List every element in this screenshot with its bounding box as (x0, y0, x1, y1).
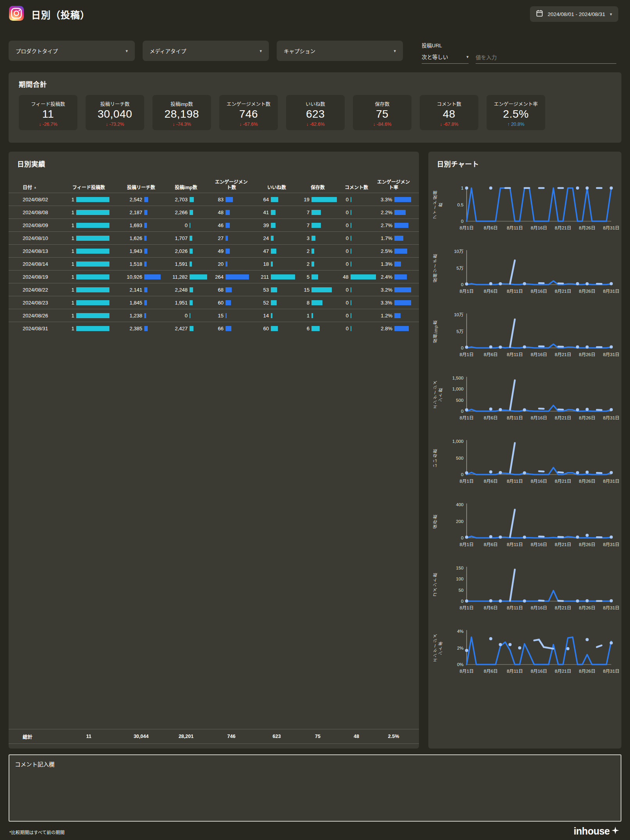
data-bar (190, 197, 194, 202)
metric-cell: 264 (208, 274, 255, 280)
data-bar (226, 287, 232, 292)
cell-value: 2,427 (164, 326, 188, 331)
chart-block: エンゲージメント数05001,0001,5008月1日8月6日8月11日8月16… (428, 371, 621, 434)
column-header-label: エンゲージメント数 (214, 179, 249, 190)
column-header[interactable]: いいね数 (255, 185, 299, 190)
cell-value: 0 (337, 261, 349, 267)
svg-text:8月16日: 8月16日 (531, 479, 547, 484)
column-header[interactable]: コメント数 (337, 185, 376, 190)
cell-value: 3.3% (376, 197, 392, 202)
cell-value: 1.3% (376, 261, 392, 267)
comment-input-area[interactable]: コメント記入欄 (9, 754, 621, 822)
svg-text:8月1日: 8月1日 (460, 479, 474, 484)
kpi-card: コメント数48↓ -67.8% (420, 95, 478, 130)
table-row[interactable]: 2024/08/0812,1872,2664841702.2% (9, 206, 419, 219)
url-operator-select[interactable]: 次と等しい ▾ (422, 53, 469, 64)
svg-text:8月26日: 8月26日 (579, 289, 595, 294)
metric-cell: 41 (255, 210, 299, 215)
date-range-picker[interactable]: 2024/08/01 - 2024/08/31 ▾ (530, 6, 618, 22)
kpi-delta: ↓ -73.2% (86, 122, 144, 127)
svg-text:500: 500 (456, 456, 464, 460)
cell-value: 0 (337, 235, 349, 241)
data-bar (351, 313, 351, 318)
charts-title: 日別チャート (428, 152, 621, 168)
data-bar (190, 223, 190, 228)
metric-cell: 2,187 (118, 210, 164, 215)
metric-cell: 3.2% (376, 287, 411, 293)
table-total-row: 総計1130,04428,20174662375482.5% (9, 729, 419, 744)
table-row[interactable]: 2024/08/2611,23801514101.2% (9, 309, 419, 322)
data-bar (351, 223, 351, 228)
filter-product-type[interactable]: プロダクトタイプ ▾ (9, 41, 135, 61)
metric-cell: 1 (59, 287, 118, 293)
table-row[interactable]: 2024/08/3112,3852,4276660602.8% (9, 322, 419, 335)
table-row[interactable]: 2024/08/2212,1412,24868531503.2% (9, 283, 419, 296)
column-header[interactable]: 投稿imp数 (164, 185, 208, 190)
metric-cell: 0 (164, 222, 208, 228)
svg-text:8月31日: 8月31日 (603, 416, 619, 420)
brand-logo: inhouse (574, 826, 619, 837)
table-row[interactable]: 2024/08/1311,9432,0264947202.5% (9, 244, 419, 257)
metric-cell: 0 (337, 261, 376, 267)
metric-cell: 52 (255, 300, 299, 306)
metric-cell: 47 (255, 248, 299, 254)
column-header[interactable]: エンゲージメント率 (376, 179, 411, 190)
filter-caption[interactable]: キャプション ▾ (277, 41, 403, 61)
table-title: 日別実績 (9, 152, 419, 168)
metric-cell: 7 (299, 222, 337, 228)
table-row[interactable]: 2024/08/1011,6261,7072724301.7% (9, 231, 419, 244)
column-header[interactable]: 保存数 (299, 185, 337, 190)
instagram-logo-icon (9, 5, 24, 23)
chevron-down-icon: ▾ (610, 12, 612, 17)
metric-cell: 83 (208, 197, 255, 202)
arrow-down-icon: ↓ (373, 122, 375, 127)
cell-value: 15 (208, 313, 224, 319)
svg-text:8月26日: 8月26日 (579, 416, 595, 420)
charts-list: フィード投稿数00.518月1日8月6日8月11日8月16日8月21日8月26日… (428, 181, 621, 688)
svg-text:8月21日: 8月21日 (555, 226, 571, 230)
cell-value: 1,693 (118, 222, 142, 228)
svg-text:2%: 2% (457, 646, 464, 650)
url-value-input[interactable] (476, 55, 616, 64)
data-bar (76, 326, 109, 331)
cell-value: 27 (208, 235, 224, 241)
table-row[interactable]: 2024/08/2311,8451,9516052803.3% (9, 296, 419, 309)
column-header[interactable]: 日付▲ (16, 185, 59, 190)
metric-cell: 3.3% (376, 197, 411, 202)
kpi-label: コメント数 (420, 100, 478, 107)
data-bar (190, 249, 193, 254)
total-value: 2.5% (376, 734, 411, 739)
data-bar (351, 287, 351, 292)
cell-value: 39 (255, 222, 269, 228)
cell-value: 2,703 (164, 197, 188, 202)
cell-value: 8 (299, 300, 310, 306)
column-header[interactable]: エンゲージメント数 (208, 179, 255, 190)
line-chart-4: 05001,0001,5008月1日8月6日8月11日8月16日8月21日8月2… (445, 376, 621, 422)
table-row[interactable]: 2024/08/1411,5181,5912018201.3% (9, 257, 419, 270)
column-header[interactable]: 投稿リーチ数 (118, 185, 164, 190)
metric-cell: 2 (299, 248, 337, 254)
metric-cell: 46 (208, 222, 255, 228)
metric-cell: 1,951 (164, 300, 208, 306)
chevron-down-icon: ▾ (260, 48, 262, 54)
column-header-label: フィード投稿数 (72, 185, 105, 190)
data-bar (226, 223, 230, 228)
data-bar (311, 287, 332, 292)
data-bar (76, 313, 109, 318)
data-bar (144, 326, 148, 331)
filter-media-type[interactable]: メディアタイプ ▾ (143, 41, 269, 61)
date-cell: 2024/08/02 (16, 197, 59, 202)
column-header[interactable]: フィード投稿数 (59, 185, 118, 190)
data-bar (144, 223, 147, 228)
header: 日別（投稿） 2024/08/01 - 2024/08/31 ▾ (9, 5, 621, 23)
table-row[interactable]: 2024/08/19110,92611,2822642115482.4% (9, 270, 419, 283)
data-bar (311, 223, 321, 228)
table-row[interactable]: 2024/08/0911,69304639702.7% (9, 219, 419, 231)
cell-value: 60 (255, 326, 269, 331)
date-cell: 2024/08/23 (16, 300, 59, 306)
table-row[interactable]: 2024/08/0212,5422,70383641903.3% (9, 193, 419, 206)
svg-text:8月11日: 8月11日 (507, 669, 523, 673)
svg-text:8月1日: 8月1日 (460, 605, 474, 610)
cell-value: 3.3% (376, 300, 392, 306)
metric-cell: 60 (255, 326, 299, 331)
